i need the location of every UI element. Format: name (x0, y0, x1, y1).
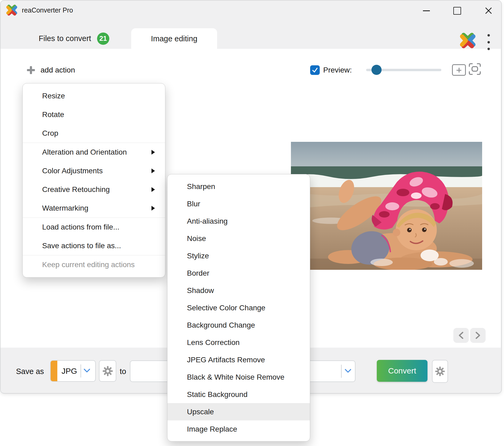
frame-plus-icon (457, 68, 461, 73)
combo-separator (341, 365, 342, 378)
close-button[interactable] (483, 5, 494, 17)
submenu-item-background-change[interactable]: Background Change (167, 316, 310, 334)
menu-item-creative-retouching[interactable]: Creative Retouching (23, 180, 165, 199)
submenu-item-static-background[interactable]: Static Background (167, 386, 310, 403)
menu-item-load-actions-from-file[interactable]: Load actions from file... (23, 218, 165, 236)
menu-item-save-actions-to-file-as[interactable]: Save actions to file as... (23, 236, 165, 255)
preview-checkbox[interactable] (310, 65, 320, 75)
menu-item-alteration-and-orientation[interactable]: Alteration and Orientation (23, 143, 165, 162)
menu-item-watermarking[interactable]: Watermarking (23, 199, 165, 218)
chevron-down-icon[interactable] (83, 368, 91, 373)
fullscreen-icon (469, 64, 480, 74)
maximize-button[interactable] (451, 5, 463, 17)
chevron-left-icon (458, 331, 465, 339)
submenu-item-lens-correction[interactable]: Lens Correction (167, 334, 310, 351)
submenu-item-black-and-white-noise-remove[interactable]: Black & White Noise Remove (167, 368, 310, 386)
menu-item-keep-current-editing-actions: Keep current editing actions (23, 255, 165, 274)
maximize-icon (453, 7, 461, 15)
preview-label: Preview: (323, 66, 352, 74)
submenu-item-selective-color-change[interactable]: Selective Color Change (167, 299, 310, 316)
add-action-menu: Resize Rotate Crop Alteration and Orient… (22, 83, 165, 278)
tab-image-editing-label: Image editing (151, 34, 197, 43)
preview-image (291, 142, 482, 270)
fullscreen-button[interactable] (469, 63, 481, 75)
add-action-label: add action (41, 66, 75, 74)
slider-thumb[interactable] (371, 65, 382, 75)
menu-item-rotate[interactable]: Rotate (23, 105, 165, 124)
submenu-arrow-icon (151, 206, 155, 211)
convert-label: Convert (388, 366, 416, 375)
submenu-arrow-icon (151, 150, 155, 155)
to-label: to (120, 367, 126, 376)
app-logo-icon (5, 4, 18, 17)
add-action-button[interactable]: add action (27, 64, 75, 76)
gear-icon (102, 366, 113, 376)
add-preview-panel-button[interactable] (452, 64, 466, 76)
submenu-item-upscale[interactable]: Upscale (167, 403, 310, 420)
plus-icon (27, 66, 35, 74)
chevron-down-icon[interactable] (344, 368, 352, 373)
tab-image-editing[interactable]: Image editing (131, 28, 217, 49)
format-select[interactable]: JPG (50, 360, 96, 382)
menu-item-resize[interactable]: Resize (23, 87, 165, 105)
format-accent-bar (51, 361, 57, 381)
files-count-badge: 21 (97, 33, 109, 45)
submenu-item-noise[interactable]: Noise (167, 230, 310, 247)
format-settings-button[interactable] (99, 360, 116, 382)
convert-settings-button[interactable] (432, 360, 448, 383)
submenu-item-image-replace[interactable]: Image Replace (167, 420, 310, 438)
next-image-button[interactable] (470, 328, 486, 343)
convert-button[interactable]: Convert (377, 360, 427, 382)
minimize-button[interactable] (421, 5, 432, 17)
effects-submenu: Sharpen Blur Anti-aliasing Noise Stylize… (167, 174, 310, 441)
combo-separator (81, 364, 81, 377)
check-icon (311, 67, 318, 74)
submenu-item-jpeg-artifacts-remove[interactable]: JPEG Artifacts Remove (167, 351, 310, 368)
more-options-button[interactable] (485, 34, 492, 51)
prev-image-button[interactable] (453, 328, 469, 343)
close-icon (485, 7, 492, 14)
brand-logo-icon (459, 31, 477, 50)
minimize-icon (423, 10, 430, 11)
submenu-item-sharpen[interactable]: Sharpen (167, 178, 310, 195)
submenu-item-blur[interactable]: Blur (167, 195, 310, 212)
submenu-item-anti-aliasing[interactable]: Anti-aliasing (167, 212, 310, 230)
gear-icon (435, 366, 445, 376)
menu-item-color-adjustments[interactable]: Color Adjustments (23, 162, 165, 180)
submenu-arrow-icon (151, 168, 155, 173)
screen: reaConverter Pro Files to convert 21 Ima… (0, 0, 504, 446)
tab-files-to-convert-label: Files to convert (39, 34, 91, 43)
kebab-icon (487, 34, 490, 37)
chevron-right-icon (474, 331, 481, 339)
submenu-arrow-icon (151, 187, 155, 192)
menu-item-crop[interactable]: Crop (23, 124, 165, 143)
save-as-label: Save as (16, 367, 44, 376)
format-value: JPG (57, 361, 81, 381)
submenu-item-shadow[interactable]: Shadow (167, 282, 310, 299)
submenu-item-border[interactable]: Border (167, 264, 310, 282)
tab-files-to-convert[interactable]: Files to convert 21 (31, 28, 109, 49)
window-title: reaConverter Pro (22, 6, 73, 14)
submenu-item-stylize[interactable]: Stylize (167, 247, 310, 264)
